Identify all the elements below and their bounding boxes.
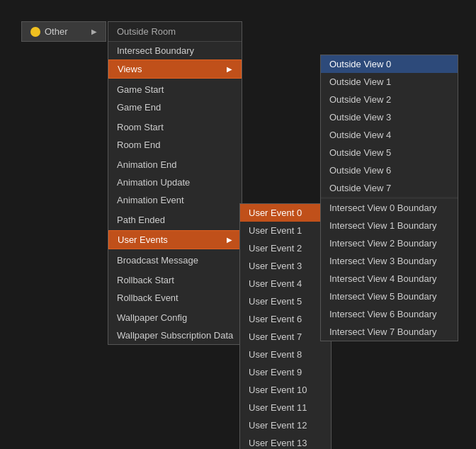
wallpaper-subscription-item[interactable]: Wallpaper Subscription Data	[108, 326, 242, 344]
outside-view-4-item[interactable]: Outside View 4	[321, 126, 458, 144]
menu-level2: Outside Room Intersect Boundary Views ▶ …	[108, 21, 242, 345]
user-event-13-item[interactable]: User Event 13	[240, 434, 331, 449]
menu-level1: Other ▶	[21, 21, 106, 42]
user-event-5-item[interactable]: User Event 5	[240, 292, 331, 310]
room-start-item[interactable]: Room Start	[108, 118, 242, 136]
intersect-view-1-item[interactable]: Intersect View 1 Boundary	[321, 217, 458, 234]
other-label: Other	[45, 26, 68, 37]
outside-view-0-item[interactable]: Outside View 0	[321, 55, 458, 73]
intersect-view-7-item[interactable]: Intersect View 7 Boundary	[321, 323, 458, 341]
menu-level4: Outside View 0 Outside View 1 Outside Vi…	[320, 55, 458, 341]
menu-level3-userevents: User Event 0 User Event 1 User Event 2 U…	[239, 203, 332, 449]
rollback-start-item[interactable]: Rollback Start	[108, 271, 242, 289]
user-event-6-item[interactable]: User Event 6	[240, 310, 331, 328]
game-start-item[interactable]: Game Start	[108, 81, 242, 98]
rollback-event-item[interactable]: Rollback Event	[108, 289, 242, 307]
animation-end-item[interactable]: Animation End	[108, 156, 242, 174]
user-event-12-item[interactable]: User Event 12	[240, 416, 331, 434]
animation-update-item[interactable]: Animation Update	[108, 174, 242, 191]
outside-view-1-item[interactable]: Outside View 1	[321, 73, 458, 91]
user-event-2-item[interactable]: User Event 2	[240, 239, 331, 257]
wallpaper-config-item[interactable]: Wallpaper Config	[108, 309, 242, 326]
intersect-boundary-item[interactable]: Intersect Boundary	[108, 42, 242, 59]
intersect-view-4-item[interactable]: Intersect View 4 Boundary	[321, 270, 458, 288]
outside-view-5-item[interactable]: Outside View 5	[321, 144, 458, 161]
outside-view-3-item[interactable]: Outside View 3	[321, 108, 458, 126]
intersect-view-3-item[interactable]: Intersect View 3 Boundary	[321, 252, 458, 270]
other-icon	[30, 27, 40, 37]
user-event-7-item[interactable]: User Event 7	[240, 328, 331, 346]
user-event-1-item[interactable]: User Event 1	[240, 222, 331, 239]
intersect-view-0-item[interactable]: Intersect View 0 Boundary	[321, 199, 458, 217]
user-event-9-item[interactable]: User Event 9	[240, 363, 331, 381]
other-menu-item[interactable]: Other ▶	[22, 22, 106, 41]
user-event-4-item[interactable]: User Event 4	[240, 275, 331, 292]
user-event-11-item[interactable]: User Event 11	[240, 399, 331, 416]
user-events-arrow-icon: ▶	[227, 236, 232, 244]
user-event-3-item[interactable]: User Event 3	[240, 257, 331, 275]
outside-room-header: Outside Room	[108, 22, 242, 42]
views-item[interactable]: Views ▶	[108, 59, 242, 79]
user-event-0-item[interactable]: User Event 0	[240, 204, 331, 222]
views-arrow-icon: ▶	[227, 65, 232, 73]
intersect-view-2-item[interactable]: Intersect View 2 Boundary	[321, 234, 458, 252]
game-end-item[interactable]: Game End	[108, 98, 242, 116]
user-event-8-item[interactable]: User Event 8	[240, 346, 331, 363]
intersect-view-5-item[interactable]: Intersect View 5 Boundary	[321, 288, 458, 305]
outside-view-6-item[interactable]: Outside View 6	[321, 161, 458, 179]
user-events-item[interactable]: User Events ▶	[108, 230, 242, 249]
animation-event-item[interactable]: Animation Event	[108, 191, 242, 209]
intersect-view-6-item[interactable]: Intersect View 6 Boundary	[321, 305, 458, 323]
outside-view-2-item[interactable]: Outside View 2	[321, 91, 458, 108]
arrow-right-icon: ▶	[91, 28, 97, 35]
user-event-10-item[interactable]: User Event 10	[240, 381, 331, 399]
room-end-item[interactable]: Room End	[108, 136, 242, 154]
broadcast-message-item[interactable]: Broadcast Message	[108, 251, 242, 269]
outside-view-7-item[interactable]: Outside View 7	[321, 179, 458, 197]
path-ended-item[interactable]: Path Ended	[108, 211, 242, 229]
